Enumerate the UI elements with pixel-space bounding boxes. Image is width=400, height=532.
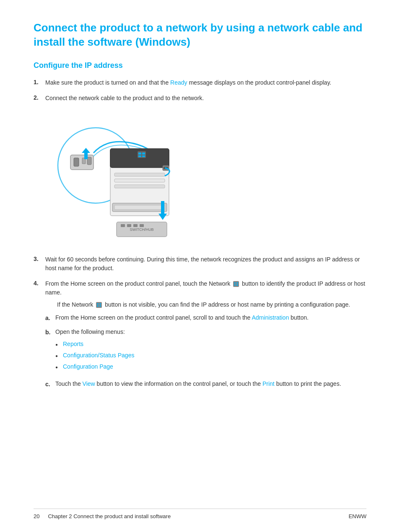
sub-step-b: b. Open the following menus: ● Reports ● [45,328,366,374]
step-list-continued: 3. Wait for 60 seconds before continuing… [34,255,366,394]
svg-rect-21 [127,224,131,227]
config-status-link: Configuration/Status Pages [63,351,134,360]
page-container: Connect the product to a network by usin… [0,0,400,532]
svg-rect-35 [97,303,99,305]
svg-marker-5 [82,148,90,153]
page-footer: 20 Chapter 2 Connect the product and ins… [34,509,366,519]
section-title: Configure the IP address [34,61,366,70]
sub-step-c-label: c. [45,380,55,389]
sub-step-a: a. From the Home screen on the product c… [45,313,366,323]
network-icon-inline-2 [96,302,102,308]
svg-rect-37 [97,305,99,307]
ready-link: Ready [170,79,187,86]
network-icon-inline [233,281,239,287]
svg-rect-36 [99,303,101,305]
svg-rect-33 [236,284,238,286]
bullet-config-page: ● Configuration Page [55,362,366,371]
administration-link: Administration [252,314,289,321]
bullet-dot-3: ● [55,362,63,370]
svg-rect-38 [99,305,101,307]
footer-right: ENWW [348,513,366,519]
reports-link: Reports [63,340,83,349]
sub-step-list: a. From the Home screen on the product c… [45,313,366,389]
config-page-link: Configuration Page [63,362,113,371]
sub-step-c: c. Touch the View button to view the inf… [45,380,366,389]
printer-illustration-svg: SWITCH/HUB [45,111,179,245]
footer-page-number: 20 [34,513,39,519]
bullet-dot-2: ● [55,351,63,359]
svg-rect-9 [114,173,165,176]
main-title: Connect the product to a network by usin… [34,21,366,49]
step-2-content: Connect the network cable to the product… [45,94,366,103]
step-list: 1. Make sure the product is turned on an… [34,78,366,103]
printer-illustration-container: SWITCH/HUB [45,111,179,245]
sub-step-c-content: Touch the View button to view the inform… [55,380,366,388]
step-4-continuation: If the Network button is not visible, yo… [57,300,366,309]
svg-rect-17 [161,201,164,214]
step-1-content: Make sure the product is turned on and t… [45,78,366,87]
svg-rect-29 [233,281,239,287]
step-2-number: 2. [34,94,45,101]
step-3-number: 3. [34,255,45,262]
svg-rect-27 [138,155,141,157]
bullet-config-status: ● Configuration/Status Pages [55,351,366,360]
svg-rect-10 [114,179,165,182]
svg-rect-34 [96,302,102,308]
bullet-dot-1: ● [55,340,63,348]
svg-rect-30 [234,282,236,284]
svg-text:SWITCH/HUB: SWITCH/HUB [130,227,154,232]
step-1-number: 1. [34,78,45,85]
svg-rect-28 [142,155,145,157]
step-1: 1. Make sure the product is turned on an… [34,78,366,87]
svg-rect-32 [234,284,236,286]
footer-chapter: Chapter 2 Connect the product and instal… [48,513,171,519]
bullet-reports: ● Reports [55,340,366,349]
sub-step-b-label: b. [45,328,55,337]
step-4: 4. From the Home screen on the product c… [34,279,366,394]
sub-step-a-content: From the Home screen on the product cont… [55,313,366,322]
menu-bullet-list: ● Reports ● Configuration/Status Pages ●… [55,340,366,371]
svg-rect-22 [133,224,138,227]
svg-rect-25 [138,152,141,155]
step-3-content: Wait for 60 seconds before continuing. D… [45,255,366,273]
svg-rect-11 [114,185,165,188]
step-4-content: From the Home screen on the product cont… [45,279,366,394]
sub-step-a-label: a. [45,313,55,323]
step-4-number: 4. [34,279,45,287]
svg-rect-13 [114,205,165,209]
sub-step-b-content: Open the following menus: ● Reports ● Co… [55,328,366,374]
svg-rect-31 [236,282,238,284]
view-link: View [83,380,95,387]
footer-left: 20 Chapter 2 Connect the product and ins… [34,513,171,519]
svg-rect-20 [121,224,125,227]
svg-rect-4 [87,157,91,165]
svg-marker-16 [158,214,167,220]
step-2: 2. Connect the network cable to the prod… [34,94,366,103]
step-3: 3. Wait for 60 seconds before continuing… [34,255,366,273]
svg-rect-26 [142,152,145,155]
svg-rect-2 [74,158,79,166]
print-link: Print [262,380,275,387]
svg-rect-6 [84,153,88,159]
svg-rect-23 [140,224,144,227]
